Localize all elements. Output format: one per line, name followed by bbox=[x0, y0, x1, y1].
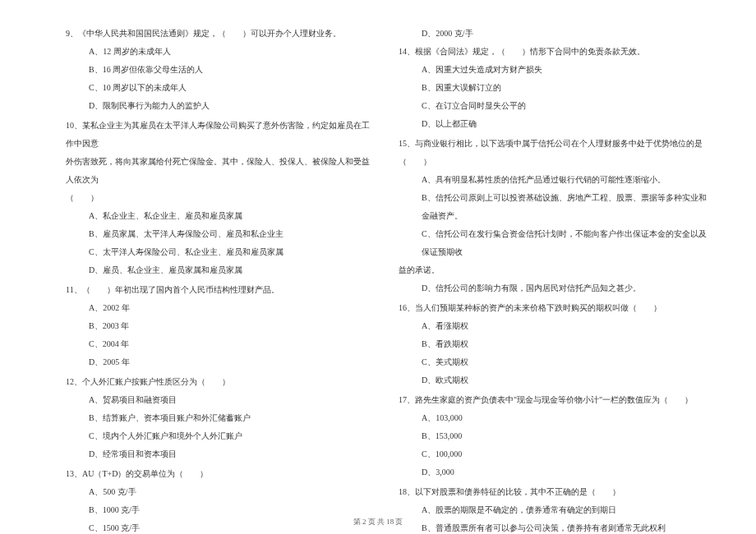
question-15: 15、与商业银行相比，以下选项中属于信托公司在个人理财服务中处于优势地位的是（ … bbox=[399, 135, 707, 297]
q15-opt-c1: C、信托公司在发行集合资金信托计划时，不能向客户作出保证本金的安全以及保证预期收 bbox=[399, 225, 707, 261]
q12-opt-a: A、贸易项目和融资项目 bbox=[66, 391, 374, 409]
q10-opt-b: B、雇员家属、太平洋人寿保险公司、雇员和私企业主 bbox=[66, 225, 374, 243]
q14-opt-b: B、因重大误解订立的 bbox=[399, 79, 707, 97]
q11-opt-a: A、2002 年 bbox=[66, 299, 374, 317]
q10-opt-c: C、太平洋人寿保险公司、私企业主、雇员和雇员家属 bbox=[66, 243, 374, 261]
q14-text: 14、根据《合同法》规定，（ ）情形下合同中的免责条款无效。 bbox=[399, 43, 707, 61]
q13-opt-a: A、500 克/手 bbox=[66, 483, 374, 501]
q11-opt-b: B、2003 年 bbox=[66, 317, 374, 335]
q16-opt-a: A、看涨期权 bbox=[399, 317, 707, 335]
q18-text: 18、以下对股票和债券特征的比较，其中不正确的是（ ） bbox=[399, 483, 707, 501]
q17-opt-d: D、3,000 bbox=[399, 463, 707, 481]
q10-text3: （ ） bbox=[66, 189, 374, 207]
q16-opt-d: D、欧式期权 bbox=[399, 371, 707, 389]
q17-opt-a: A、103,000 bbox=[399, 409, 707, 427]
question-12: 12、个人外汇账户按账户性质区分为（ ） A、贸易项目和融资项目 B、结算账户、… bbox=[66, 373, 374, 463]
q16-text: 16、当人们预期某种标的资产的未来价格下跌时购买的期权叫做（ ） bbox=[399, 299, 707, 317]
q9-text: 9、《中华人民共和国国民法通则》规定，（ ）可以开办个人理财业务。 bbox=[66, 25, 374, 43]
q9-opt-c: C、10 周岁以下的未成年人 bbox=[66, 79, 374, 97]
page-columns: 9、《中华人民共和国国民法通则》规定，（ ）可以开办个人理财业务。 A、12 周… bbox=[66, 25, 707, 501]
q17-opt-c: C、100,000 bbox=[399, 445, 707, 463]
q14-opt-c: C、在订立合同时显失公平的 bbox=[399, 97, 707, 115]
q17-text: 17、路先生家庭的资产负债表中"现金与现金等价物小计"一栏的数值应为（ ） bbox=[399, 391, 707, 409]
q15-opt-d: D、信托公司的影响力有限，国内居民对信托产品知之甚少。 bbox=[399, 279, 707, 297]
q10-opt-d: D、雇员、私企业主、雇员家属和雇员家属 bbox=[66, 261, 374, 279]
q15-opt-a: A、具有明显私募性质的信托产品通过银行代销的可能性逐渐缩小。 bbox=[399, 171, 707, 189]
question-16: 16、当人们预期某种标的资产的未来价格下跌时购买的期权叫做（ ） A、看涨期权 … bbox=[399, 299, 707, 389]
question-11: 11、（ ）年初出现了国内首个人民币结构性理财产品。 A、2002 年 B、20… bbox=[66, 281, 374, 371]
question-10: 10、某私企业主为其雇员在太平洋人寿保险公司购买了意外伤害险，约定如雇员在工作中… bbox=[66, 117, 374, 279]
q15-text: 15、与商业银行相比，以下选项中属于信托公司在个人理财服务中处于优势地位的是（ … bbox=[399, 135, 707, 171]
q16-opt-c: C、美式期权 bbox=[399, 353, 707, 371]
q14-opt-a: A、因重大过失造成对方财产损失 bbox=[399, 61, 707, 79]
left-column: 9、《中华人民共和国国民法通则》规定，（ ）可以开办个人理财业务。 A、12 周… bbox=[66, 25, 374, 501]
right-column: D、2000 克/手 14、根据《合同法》规定，（ ）情形下合同中的免责条款无效… bbox=[399, 25, 707, 501]
q10-text1: 10、某私企业主为其雇员在太平洋人寿保险公司购买了意外伤害险，约定如雇员在工作中… bbox=[66, 117, 374, 153]
q9-opt-a: A、12 周岁的未成年人 bbox=[66, 43, 374, 61]
q16-opt-b: B、看跌期权 bbox=[399, 335, 707, 353]
q10-text2: 外伤害致死，将向其家属给付死亡保险金。其中，保险人、投保人、被保险人和受益人依次… bbox=[66, 153, 374, 189]
q9-opt-b: B、16 周岁但依靠父母生活的人 bbox=[66, 61, 374, 79]
question-17: 17、路先生家庭的资产负债表中"现金与现金等价物小计"一栏的数值应为（ ） A、… bbox=[399, 391, 707, 481]
q17-opt-b: B、153,000 bbox=[399, 427, 707, 445]
q11-opt-d: D、2005 年 bbox=[66, 353, 374, 371]
q11-opt-c: C、2004 年 bbox=[66, 335, 374, 353]
q12-opt-d: D、经常项目和资本项目 bbox=[66, 445, 374, 463]
q12-text: 12、个人外汇账户按账户性质区分为（ ） bbox=[66, 373, 374, 391]
q10-opt-a: A、私企业主、私企业主、雇员和雇员家属 bbox=[66, 207, 374, 225]
question-14: 14、根据《合同法》规定，（ ）情形下合同中的免责条款无效。 A、因重大过失造成… bbox=[399, 43, 707, 133]
q13-opt-d: D、2000 克/手 bbox=[399, 25, 707, 43]
page-footer: 第 2 页 共 18 页 bbox=[0, 517, 756, 527]
q13-text: 13、AU（T+D）的交易单位为（ ） bbox=[66, 465, 374, 483]
q12-opt-c: C、境内个人外汇账户和境外个人外汇账户 bbox=[66, 427, 374, 445]
q15-opt-b: B、信托公司原则上可以投资基础设施、房地产工程、股票、票据等多种实业和金融资产。 bbox=[399, 189, 707, 225]
q15-opt-c2: 益的承诺。 bbox=[399, 261, 707, 279]
question-9: 9、《中华人民共和国国民法通则》规定，（ ）可以开办个人理财业务。 A、12 周… bbox=[66, 25, 374, 115]
q11-text: 11、（ ）年初出现了国内首个人民币结构性理财产品。 bbox=[66, 281, 374, 299]
q9-opt-d: D、限制民事行为能力人的监护人 bbox=[66, 97, 374, 115]
q12-opt-b: B、结算账户、资本项目账户和外汇储蓄账户 bbox=[66, 409, 374, 427]
q14-opt-d: D、以上都正确 bbox=[399, 115, 707, 133]
